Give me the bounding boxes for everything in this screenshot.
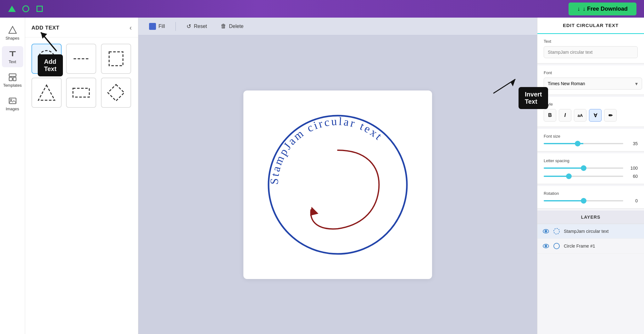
svg-marker-13: [108, 85, 124, 101]
shape-line-dashed[interactable]: [66, 44, 96, 74]
panel-close-button[interactable]: ‹: [130, 24, 132, 32]
download-icon: ↓: [577, 6, 580, 12]
svg-rect-12: [73, 88, 89, 97]
letter-spacing-section: Letter spacing 100 60: [537, 153, 644, 184]
delete-icon: 🗑: [221, 23, 226, 30]
svg-point-23: [554, 228, 559, 234]
fill-color-box: [149, 23, 156, 30]
tooltip-arrow-icon: [38, 29, 63, 54]
circular-text-svg: StampJam circular text: [262, 109, 413, 260]
layer-visibility-icon[interactable]: [542, 228, 549, 235]
svg-rect-6: [9, 98, 16, 104]
text-property-label: Text: [544, 39, 638, 44]
letter-spacing-value: 100: [626, 166, 638, 171]
letter-spacing-slider-row: 100: [544, 166, 638, 171]
second-slider-value: 60: [626, 174, 638, 179]
canvas-toolbar: Fill ↺ Reset 🗑 Delete: [138, 18, 537, 35]
text-label: Text: [9, 59, 16, 64]
delete-button[interactable]: 🗑 Delete: [218, 21, 247, 31]
layer-visibility-icon-2[interactable]: [542, 243, 549, 249]
rotation-section: Rotation 0: [537, 186, 644, 209]
layers-title: LAYERS: [581, 215, 601, 220]
layers-header: LAYERS: [537, 211, 644, 224]
fill-label: Fill: [158, 24, 165, 29]
right-panel-title: EDIT CIRCULAR TEXT: [563, 23, 619, 28]
sidebar-item-shapes[interactable]: Shapes: [2, 23, 23, 44]
reset-button[interactable]: ↺ Reset: [183, 21, 210, 32]
font-size-slider-row: 35: [544, 141, 638, 146]
svg-marker-15: [41, 32, 47, 39]
delete-label: Delete: [229, 24, 243, 29]
shape-rect-dashed[interactable]: [101, 44, 131, 74]
shape-diamond-dashed[interactable]: [101, 78, 131, 108]
font-size-slider[interactable]: [544, 143, 623, 144]
rotation-slider-row: 0: [544, 198, 638, 203]
right-panel: EDIT CIRCULAR TEXT Text Font Times New R…: [537, 18, 644, 334]
letter-spacing-label: Letter spacing: [544, 158, 638, 163]
reset-icon: ↺: [186, 23, 191, 30]
invert-button[interactable]: ∀: [589, 109, 602, 122]
canvas-area: Fill ↺ Reset 🗑 Delete: [138, 18, 537, 334]
font-select[interactable]: Times New Roman Arial Helvetica Georgia …: [544, 78, 642, 90]
invert-text-tooltip: Invert Text: [519, 87, 548, 109]
left-panel: ADD TEXT ‹: [25, 18, 138, 334]
rotation-slider[interactable]: [544, 200, 623, 201]
free-download-button[interactable]: ↓ ↓ Free Download: [569, 3, 636, 15]
svg-rect-4: [9, 77, 12, 81]
fill-button[interactable]: Fill: [146, 21, 168, 32]
font-property-section: Font Times New Roman Arial Helvetica Geo…: [537, 65, 644, 95]
templates-icon: [8, 73, 17, 82]
svg-rect-2: [12, 51, 13, 56]
svg-rect-10: [109, 52, 123, 66]
bold-button[interactable]: B: [544, 109, 556, 122]
text-property-section: Text: [537, 34, 644, 63]
shape-wide-rect-dashed[interactable]: [66, 78, 96, 108]
right-panel-header: EDIT CIRCULAR TEXT: [537, 18, 644, 34]
second-slider[interactable]: [544, 176, 623, 177]
font-select-row: Times New Roman Arial Helvetica Georgia …: [544, 78, 638, 90]
layer-circle-icon: [553, 243, 560, 249]
font-property-label: Font: [544, 70, 638, 75]
rotation-value: 0: [626, 198, 638, 203]
topbar-logo-icons: [8, 4, 44, 13]
rotation-label: Rotation: [544, 191, 638, 196]
style-property-label: Style: [544, 102, 638, 107]
images-icon: [8, 96, 17, 105]
triangle-icon: [8, 4, 16, 13]
text-input[interactable]: [544, 46, 638, 58]
sidebar-item-templates[interactable]: Templates: [2, 70, 23, 91]
svg-marker-0: [9, 26, 16, 33]
layers-section: LAYERS StampJam circular text: [537, 211, 644, 334]
canvas-card[interactable]: StampJam circular text: [243, 90, 432, 279]
layer-item-circular-text[interactable]: StampJam circular text: [537, 224, 644, 239]
reset-label: Reset: [194, 24, 207, 29]
toolbar-separator: [175, 22, 176, 31]
shapes-label: Shapes: [5, 36, 19, 41]
svg-line-19: [493, 79, 515, 93]
svg-point-26: [554, 243, 559, 249]
case-button[interactable]: aA: [574, 109, 586, 122]
layer-item-circle-frame[interactable]: Circle Frame #1: [537, 239, 644, 254]
second-slider-row: 60: [544, 174, 638, 179]
italic-button[interactable]: I: [559, 109, 571, 122]
topbar: ↓ ↓ Free Download: [0, 0, 644, 18]
invert-arrow-icon: [490, 78, 522, 96]
layer-circular-text-name: StampJam circular text: [564, 229, 608, 234]
letter-spacing-slider[interactable]: [544, 167, 623, 169]
free-download-label: ↓ Free Download: [583, 6, 628, 12]
svg-rect-5: [13, 77, 16, 81]
sidebar-item-text[interactable]: Text: [2, 46, 23, 67]
font-size-label: Font size: [544, 134, 638, 139]
canvas-wrap: StampJam circular text: [138, 35, 537, 334]
edit-icon-button[interactable]: ✏: [604, 109, 617, 122]
svg-point-7: [10, 99, 12, 101]
font-size-section: Font size 35: [537, 129, 644, 151]
square-icon: [35, 4, 44, 13]
sidebar-item-images[interactable]: Images: [2, 93, 23, 114]
shape-triangle-dashed[interactable]: [31, 78, 62, 108]
images-label: Images: [6, 107, 19, 111]
main-layout: Shapes Text Templates: [0, 18, 644, 334]
svg-rect-3: [9, 74, 16, 76]
layer-circle-frame-name: Circle Frame #1: [564, 244, 595, 249]
svg-point-21: [545, 230, 547, 233]
